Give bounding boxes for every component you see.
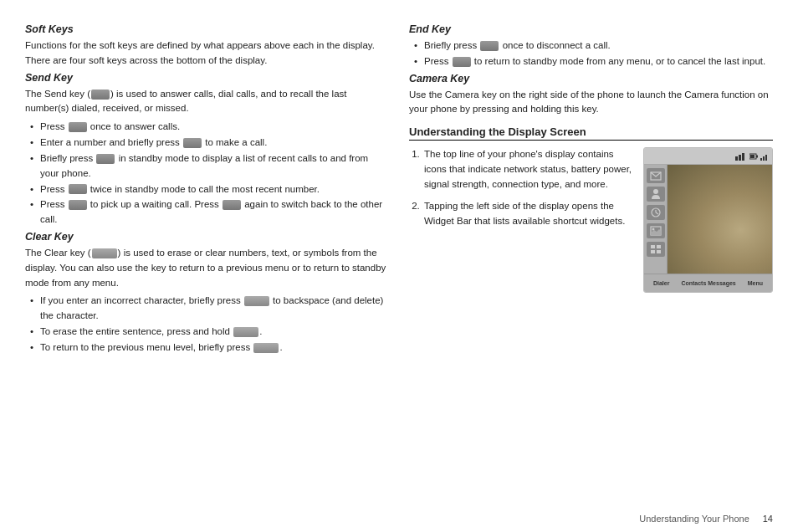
send-bullet-2: Enter a number and briefly press to make… [33,136,389,151]
clear-bullet-2: To erase the entire sentence, press and … [33,325,389,340]
send-key-icon-b4 [69,184,87,194]
battery-icon [749,152,758,161]
footer-text: Understanding Your Phone [639,514,749,524]
svg-rect-7 [763,156,765,161]
clear-key-icon-b1 [244,296,269,306]
clear-bullet-1: If you enter an incorrect character, bri… [33,294,389,324]
send-key-icon-b3 [96,154,115,164]
clear-key-icon [92,248,117,258]
end-key-icon-b2 [453,57,471,67]
send-bullet-4: Press twice in standby mode to call the … [33,182,389,197]
send-bullet-3: Briefly press in standby mode to display… [33,151,389,182]
right-column: End Key Briefly press once to disconnect… [409,23,773,515]
understanding-list: The top line of your phone's display con… [422,147,635,228]
footer-page: 14 [763,514,773,524]
sidebar-icon-4 [647,223,665,238]
soft-keys-section: Soft Keys Functions for the soft keys ar… [25,23,389,72]
understanding-item-1: The top line of your phone's display con… [422,147,635,192]
svg-rect-4 [756,155,758,157]
end-key-bullets: Briefly press once to disconnect a call.… [417,38,773,69]
end-bullet-2: Press to return to standby mode from any… [417,54,773,69]
phone-sidebar-icons [644,165,668,274]
wifi-icon [735,152,747,161]
clock-icon [650,207,662,218]
send-key-icon-b5b [223,200,241,210]
send-key-icon-b1 [69,122,87,132]
end-key-title: End Key [409,23,773,35]
svg-rect-0 [735,156,738,161]
svg-rect-2 [742,153,744,161]
camera-key-body: Use the Camera key on the right side of … [409,88,773,118]
send-key-body: The Send key () is used to answer calls,… [25,87,389,117]
svg-line-13 [656,212,658,214]
sidebar-icon-5 [647,242,665,257]
signal-icon [760,152,769,161]
page: Soft Keys Functions for the soft keys ar… [0,0,798,532]
send-key-icon [91,90,110,100]
send-key-section: Send Key The Send key () is used to answ… [25,72,389,231]
send-bullet-5: Press to pick up a waiting call. Press a… [33,197,389,228]
svg-rect-5 [750,155,755,158]
phone-screen-bottom-tabs: Dialer Contacts Messages Menu [644,274,772,292]
clear-key-icon-b3 [253,343,279,353]
svg-rect-18 [651,250,655,253]
clear-key-icon-b2 [233,327,258,337]
phone-screen-illustration: Dialer Contacts Messages Menu [643,147,773,293]
send-key-icon-b2 [183,138,202,148]
clear-key-section: Clear Key The Clear key () is used to er… [25,231,389,359]
svg-rect-6 [760,158,762,161]
sidebar-icon-3 [647,205,665,220]
contacts-messages-tab: Contacts Messages [681,280,735,286]
svg-rect-8 [765,155,767,161]
svg-rect-19 [657,250,661,253]
send-key-icon-b5a [69,200,87,210]
end-key-icon-b1 [480,41,499,51]
menu-tab: Menu [748,280,763,286]
svg-rect-16 [651,245,655,248]
svg-point-10 [653,189,658,194]
send-bullet-1: Press once to answer calls. [33,120,389,135]
end-key-section: End Key Briefly press once to disconnect… [409,23,773,73]
sidebar-icon-1 [647,168,665,183]
phone-main-display [668,165,772,274]
sidebar-icon-2 [647,187,665,202]
understanding-section: Understanding the Display Screen The top… [409,125,773,293]
person-icon [650,188,662,200]
flower-background [668,165,772,274]
image-icon [650,226,662,236]
grid-icon [650,244,662,254]
svg-rect-1 [739,155,741,161]
soft-keys-body: Functions for the soft keys are defined … [25,38,389,69]
envelope-icon [650,171,662,181]
camera-key-title: Camera Key [409,73,773,84]
dialer-tab: Dialer [653,280,669,286]
send-key-title: Send Key [25,72,389,84]
clear-key-title: Clear Key [25,231,389,243]
display-text: The top line of your phone's display con… [409,147,635,293]
end-bullet-1: Briefly press once to disconnect a call. [417,38,773,54]
clear-bullet-3: To return to the previous menu level, br… [33,340,389,356]
svg-rect-17 [657,245,661,248]
display-content: The top line of your phone's display con… [409,147,773,293]
phone-screen-body [644,165,772,274]
left-column: Soft Keys Functions for the soft keys ar… [25,23,389,515]
soft-keys-title: Soft Keys [25,23,389,35]
understanding-title: Understanding the Display Screen [409,125,773,141]
clear-key-body: The Clear key () is used to erase or cle… [25,246,389,290]
camera-key-section: Camera Key Use the Camera key on the rig… [409,73,773,121]
phone-screen-top-bar [644,148,772,165]
understanding-item-2: Tapping the left side of the display ope… [422,199,635,229]
send-key-bullets: Press once to answer calls. Enter a numb… [33,120,389,228]
page-footer: Understanding Your Phone 14 [639,514,773,524]
clear-key-bullets: If you enter an incorrect character, bri… [33,294,389,355]
